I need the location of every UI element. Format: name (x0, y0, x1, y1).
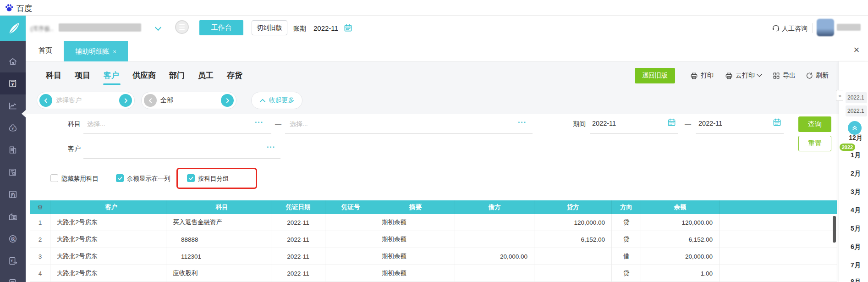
row-index: 1 (30, 214, 50, 231)
subject-to-more-icon[interactable]: ··· (518, 118, 527, 127)
cell-voucher-date: 2022-11 (271, 248, 325, 265)
table-row[interactable]: 3 大路北2号房东 112301 2022-11 期初余额 20,000.00 … (30, 248, 837, 265)
table-scrollbar-thumb[interactable] (833, 216, 836, 243)
support-link[interactable]: 人工咨询 (782, 25, 808, 33)
switch-old-version-button[interactable]: 切到旧版 (252, 20, 287, 35)
header-direction[interactable]: 方向 (612, 200, 641, 214)
subtab-customer[interactable]: 客户 (104, 70, 119, 81)
month-item[interactable]: 6月 (843, 243, 868, 251)
month-item[interactable]: 2月 (843, 170, 868, 178)
export-button[interactable]: 导出 (773, 72, 796, 80)
cell-subject: 88888 (166, 231, 271, 248)
header-subject[interactable]: 科目 (166, 200, 271, 214)
period-to-input[interactable]: 2022-11 (698, 120, 722, 127)
month-item[interactable]: 5月 (843, 225, 868, 233)
refresh-button[interactable]: 刷新 (806, 72, 829, 80)
tab-auxiliary-ledger[interactable]: 辅助明细账 × (64, 41, 128, 61)
prev-arrow-icon[interactable] (39, 94, 52, 107)
period-chip-top[interactable]: 2022.1 (846, 92, 867, 103)
month-item[interactable]: 7月 (843, 261, 868, 270)
header-customer[interactable]: 客户 (50, 200, 166, 214)
cloud-print-button[interactable]: 云打印 (725, 72, 761, 80)
subtab-subject[interactable]: 科目 (46, 70, 61, 81)
table-row[interactable]: 2 大路北2号房东 88888 2022-11 期初余额 6,152.00 贷 … (30, 231, 837, 248)
sidebar-item-funds[interactable]: ¥ (0, 117, 26, 139)
month-item[interactable]: 12月 (843, 134, 868, 142)
header-debit[interactable]: 借方 (455, 200, 534, 214)
checkbox-hide-disabled-label[interactable]: 隐藏禁用科目 (61, 175, 99, 183)
period-value[interactable]: 2022-11 (313, 24, 338, 32)
scroll-months-up-button[interactable] (848, 121, 862, 135)
tab-label: 辅助明细账 (75, 47, 110, 56)
customer-select-placeholder[interactable]: 选择客户 (52, 96, 119, 105)
subtab-employee[interactable]: 员工 (198, 70, 214, 81)
sidebar-item-statements[interactable] (0, 161, 26, 183)
sidebar-item-tax[interactable]: 税 (0, 228, 26, 250)
next-arrow-icon[interactable] (221, 94, 234, 107)
subtab-department[interactable]: 部门 (169, 70, 185, 81)
month-item[interactable]: 1月 (843, 151, 868, 160)
column-settings-gear-icon[interactable]: ⚙ (30, 200, 50, 214)
collapse-more-pill[interactable]: 收起更多 (251, 92, 302, 109)
cell-subject: 112301 (166, 248, 271, 265)
tab-home[interactable]: 首页 (38, 46, 52, 55)
sidebar-item-home[interactable] (0, 50, 26, 72)
prev-arrow-icon[interactable] (144, 94, 157, 107)
app-logo[interactable] (0, 16, 26, 41)
sidebar-item-cashier[interactable]: ¥ (0, 183, 26, 205)
checkbox-hide-disabled[interactable] (50, 174, 58, 182)
scope-select-pill[interactable]: 全部 (141, 92, 236, 109)
header-voucher-date[interactable]: 凭证日期 (271, 200, 325, 214)
sidebar-item-ledger[interactable]: ¥ (0, 72, 26, 94)
workbench-button[interactable]: 工作台 (199, 20, 243, 35)
tab-close-icon[interactable]: × (113, 48, 116, 55)
header-balance[interactable]: 余额 (641, 200, 720, 214)
reset-button[interactable]: 重置 (798, 136, 831, 151)
subject-from-more-icon[interactable]: ··· (255, 118, 264, 127)
next-arrow-icon[interactable] (119, 94, 132, 107)
header-voucher-no[interactable]: 凭证号 (325, 200, 376, 214)
header-summary[interactable]: 摘要 (376, 200, 455, 214)
notice-badge-icon[interactable] (175, 20, 189, 34)
subtab-bar: 科目 项目 客户 供应商 部门 员工 存货 (46, 70, 242, 81)
back-old-version-button[interactable]: 退回旧版 (635, 68, 675, 83)
customer-select-pill[interactable]: 选择客户 (37, 92, 135, 109)
cell-voucher-date: 2022-11 (271, 231, 325, 248)
sidebar-item-more[interactable] (0, 272, 26, 282)
tab-bar (26, 41, 868, 61)
period-chip-bottom[interactable]: 2022.1 (846, 105, 867, 116)
period-from-input[interactable]: 2022-11 (592, 120, 616, 127)
sidebar-item-transfer[interactable]: ¥ (0, 250, 26, 272)
cell-direction: 贷 (612, 265, 641, 282)
user-avatar[interactable] (817, 19, 834, 36)
customer-more-icon[interactable]: ··· (267, 143, 275, 151)
sidebar-item-assets[interactable] (0, 205, 26, 227)
scope-value[interactable]: 全部 (157, 96, 221, 105)
month-item[interactable]: 3月 (843, 188, 868, 196)
browser-tab-title[interactable]: 百度 (16, 3, 32, 14)
month-item[interactable]: 8月 (843, 278, 868, 282)
checkbox-balance-one-column[interactable] (116, 174, 124, 182)
collapse-panel-handle[interactable]: » (836, 90, 843, 101)
subtab-project[interactable]: 项目 (75, 70, 90, 81)
header-credit[interactable]: 贷方 (534, 200, 612, 214)
calendar-icon[interactable] (667, 118, 676, 127)
print-button[interactable]: 打印 (690, 72, 714, 80)
checkbox-balance-one-column-label[interactable]: 余额显示在一列 (127, 175, 170, 183)
subtab-inventory[interactable]: 存货 (227, 70, 242, 81)
sidebar-item-invoices[interactable] (0, 139, 26, 161)
check-icon (117, 176, 123, 181)
subtab-supplier[interactable]: 供应商 (132, 70, 156, 81)
query-button[interactable]: 查询 (798, 116, 831, 132)
period-calendar-icon[interactable] (344, 23, 352, 32)
subject-to-input[interactable]: 选择... (290, 120, 308, 128)
collapse-more-label: 收起更多 (269, 96, 295, 105)
calendar-icon[interactable] (773, 118, 781, 127)
table-row[interactable]: 1 大路北2号房东 买入返售金融资产 2022-11 期初余额 120,000.… (30, 214, 837, 231)
month-item[interactable]: 4月 (843, 206, 868, 215)
subject-from-input[interactable]: 选择... (87, 120, 105, 128)
table-row[interactable]: 4 大路北2号房东 应收股利 2022-11 期初余额 贷 1.00 (30, 265, 837, 282)
tax-coin-icon: 税 (8, 234, 18, 244)
panel-close-icon[interactable]: × (851, 44, 863, 57)
cell-voucher-no (325, 231, 376, 248)
